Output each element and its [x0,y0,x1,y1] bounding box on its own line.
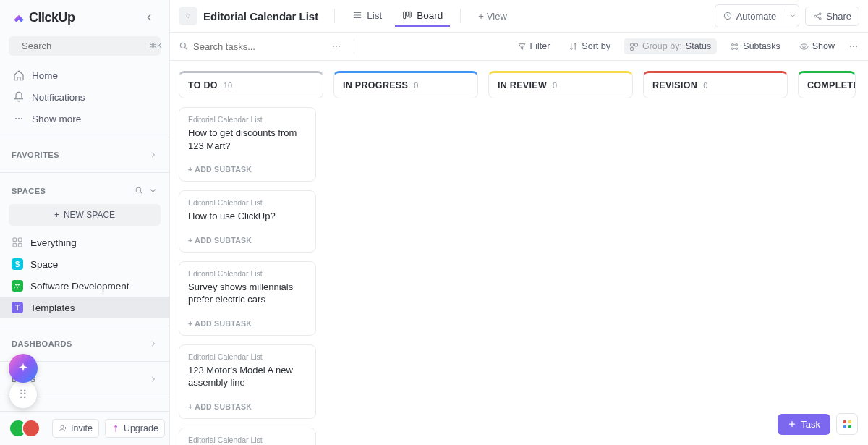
sidebar-search[interactable]: ⌘K [9,36,161,56]
board-view-icon [402,10,412,20]
add-subtask-button[interactable]: + ADD SUBTASK [188,165,307,174]
list-icon[interactable] [179,7,197,25]
favorites-header[interactable]: FAVORITES [0,145,169,165]
chevron-left-icon [144,12,154,22]
column-header[interactable]: IN PROGRESS 0 [333,71,478,98]
more-horizontal-icon[interactable] [331,41,342,52]
space-everything[interactable]: Everything [0,232,169,253]
main: Editorial Calendar List List Board + Vie… [170,0,868,445]
search-icon[interactable] [135,186,144,195]
logo[interactable]: ClickUp [12,10,75,25]
column-count: 10 [224,81,232,90]
page-title[interactable]: Editorial Calendar List [203,10,318,22]
apps-icon [843,420,851,428]
space-templates[interactable]: T Templates [0,297,169,318]
filter-button[interactable]: Filter [511,38,556,54]
nav-notifications-label: Notifications [32,92,85,103]
new-space-button[interactable]: + NEW SPACE [9,204,161,226]
search-icon [179,41,189,51]
column-name: TO DO [188,80,218,90]
show-button[interactable]: Show [793,38,841,54]
automate-dropdown[interactable] [786,9,799,23]
plus-icon: + [54,210,59,220]
svg-point-11 [61,425,64,428]
group-by-button[interactable]: Group by: Status [624,38,717,54]
add-subtask-button[interactable]: + ADD SUBTASK [188,319,307,328]
add-subtask-button[interactable]: + ADD SUBTASK [188,236,307,245]
task-card[interactable]: Editorial Calendar List Discover ABC Bea… [179,428,316,445]
subtasks-button[interactable]: Subtasks [724,38,786,54]
new-task-button[interactable]: Task [778,414,830,435]
tab-list[interactable]: List [345,6,389,27]
card-crumb: Editorial Calendar List [188,198,307,207]
drag-fab[interactable]: ⠿ [9,380,38,409]
home-icon [13,69,25,81]
upgrade-icon [111,424,120,433]
search-tasks-input[interactable] [193,41,294,52]
search-tasks[interactable] [179,41,294,52]
subtasks-label: Subtasks [743,41,780,51]
task-card[interactable]: Editorial Calendar List How to use Click… [179,190,316,253]
svg-point-4 [136,187,141,192]
svg-rect-27 [631,47,634,50]
column-header[interactable]: COMPLETE [798,71,856,98]
clickup-logo-icon [12,10,26,25]
svg-point-30 [853,46,854,47]
more-horizontal-icon[interactable] [848,41,859,52]
task-card[interactable]: Editorial Calendar List 123 Motor's Mode… [179,344,316,419]
column-header[interactable]: REVISION 0 [643,71,788,98]
add-subtask-button[interactable]: + ADD SUBTASK [188,402,307,411]
nav-show-more[interactable]: Show more [6,108,163,130]
chevron-right-icon [149,375,158,383]
space-software-dev[interactable]: Software Development [0,275,169,297]
card-crumb: Editorial Calendar List [188,269,307,278]
spaces-header[interactable]: SPACES [0,180,169,201]
ai-fab[interactable] [9,354,38,383]
nav-notifications[interactable]: Notifications [6,86,163,108]
collapse-sidebar-button[interactable] [140,9,158,26]
svg-rect-15 [407,12,409,16]
record-icon [183,11,193,21]
space-space[interactable]: S Space [0,253,169,275]
add-view-button[interactable]: + View [471,7,514,26]
bell-icon [13,91,25,103]
card-title: How to get discounts from 123 Mart? [188,127,307,152]
svg-point-29 [850,46,851,47]
svg-rect-8 [18,243,22,247]
invite-button[interactable]: Invite [52,419,99,438]
more-icon [13,113,25,124]
column-count: 0 [703,81,707,90]
column-in-review: IN REVIEW 0 [488,71,633,98]
column-name: IN REVIEW [498,80,547,90]
dashboards-label: DASHBOARDS [12,339,72,348]
upgrade-button[interactable]: Upgrade [105,419,165,438]
dashboards-header[interactable]: DASHBOARDS [0,334,169,354]
column-in-progress: IN PROGRESS 0 [333,71,478,98]
new-space-label: NEW SPACE [64,210,115,220]
automate-button[interactable]: Automate [715,4,800,27]
column-name: REVISION [652,80,697,90]
column-count: 0 [414,81,418,90]
apps-button[interactable] [836,413,858,435]
search-input[interactable] [22,41,143,51]
svg-rect-25 [631,43,634,46]
show-label: Show [812,41,835,51]
svg-point-24 [339,46,340,47]
sort-button[interactable]: Sort by [563,38,616,54]
share-button[interactable]: Share [805,7,859,26]
task-card[interactable]: Editorial Calendar List How to get disco… [179,107,316,182]
svg-point-31 [856,46,857,47]
card-crumb: Editorial Calendar List [188,436,307,444]
chevron-down-icon[interactable] [148,186,158,195]
divider [460,9,461,23]
column-header[interactable]: IN REVIEW 0 [488,71,633,98]
task-card[interactable]: Editorial Calendar List Survey shows mil… [179,261,316,336]
user-plus-icon [59,424,67,433]
drag-icon: ⠿ [19,388,27,402]
column-header[interactable]: TO DO 10 [179,71,323,98]
toolbar: Filter Sort by Group by: Status Subtasks… [170,33,868,61]
nav-home[interactable]: Home [6,64,163,86]
card-title: How to use ClickUp? [188,210,307,223]
tab-board[interactable]: Board [395,6,450,27]
avatar-stack[interactable] [9,419,41,438]
